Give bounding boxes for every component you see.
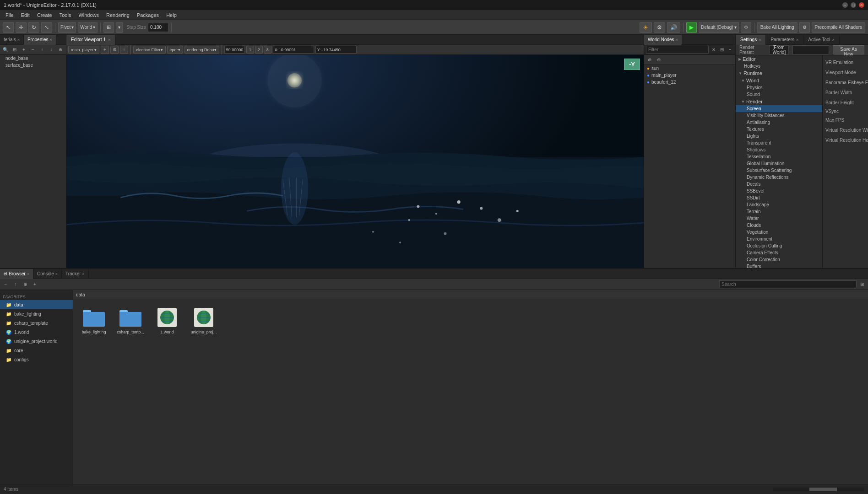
rendering-dropdown[interactable]: endering Debu ▾: [184, 46, 219, 54]
close-tracker-tab[interactable]: ×: [82, 272, 85, 276]
browser-back-btn[interactable]: ←: [2, 280, 10, 289]
minimize-btn[interactable]: −: [842, 2, 848, 8]
view-2-btn[interactable]: 2: [255, 46, 263, 54]
sidebar-item-1-world[interactable]: 🌍 1.world: [0, 328, 73, 337]
tab-settings[interactable]: Settings ×: [736, 35, 766, 45]
tab-console[interactable]: Console ×: [33, 269, 62, 279]
settings-landscape[interactable]: Landscape: [736, 201, 822, 208]
browser-up-btn[interactable]: ↑: [11, 280, 20, 289]
node-dropdown[interactable]: main_player ▾: [68, 46, 99, 54]
menu-help[interactable]: Help: [163, 11, 180, 19]
menu-windows[interactable]: Windows: [75, 11, 103, 19]
scale-tool-btn[interactable]: ⤡: [41, 22, 52, 33]
close-console-tab[interactable]: ×: [55, 272, 58, 276]
settings-camera-effects[interactable]: Camera Effects: [736, 249, 822, 256]
settings-transparent[interactable]: Transparent: [736, 140, 822, 146]
nodes-add-btn[interactable]: +: [727, 46, 733, 54]
settings-subsurface-scattering[interactable]: Subsurface Scattering: [736, 167, 822, 174]
settings-shadows[interactable]: Shadows: [736, 146, 822, 153]
menu-create[interactable]: Create: [33, 11, 56, 19]
pivot-dropdown[interactable]: Pivot ▾: [58, 22, 76, 33]
settings-ssdirt[interactable]: SSDirt: [736, 194, 822, 201]
tree-item-surface-base[interactable]: surface_base: [0, 62, 66, 69]
file-item-unigine-project[interactable]: unigine_proj...: [188, 305, 220, 337]
view-3-btn[interactable]: 3: [264, 46, 271, 54]
vp-add-btn[interactable]: +: [101, 46, 109, 54]
settings-world-header[interactable]: ▼ World: [736, 77, 822, 84]
down-btn[interactable]: ↓: [47, 46, 55, 54]
browser-add-btn[interactable]: +: [31, 280, 39, 289]
close-world-nodes-tab[interactable]: ×: [676, 38, 678, 42]
bake-settings-btn[interactable]: ⚙: [799, 22, 810, 33]
expand-btn[interactable]: ⊕: [56, 46, 65, 54]
search-btn[interactable]: 🔍: [1, 46, 10, 54]
sidebar-item-bake-lighting[interactable]: 📁 bake_lighting: [0, 309, 73, 318]
close-btn[interactable]: ✕: [859, 2, 864, 8]
settings-vegetation[interactable]: Vegetation: [736, 229, 822, 236]
tab-active-tool[interactable]: Active Tool ×: [803, 35, 839, 45]
tab-parameters[interactable]: Parameters ×: [766, 35, 803, 45]
settings-occlusion-culling[interactable]: Occlusion Culling: [736, 242, 822, 249]
tree-item-node-base[interactable]: node_base: [0, 55, 66, 62]
add-btn[interactable]: +: [20, 46, 28, 54]
play-mode-dropdown[interactable]: Default (Debug) ▾: [699, 22, 739, 33]
settings-water[interactable]: Water: [736, 215, 822, 222]
close-asset-browser-tab[interactable]: ×: [27, 272, 29, 276]
move-tool-btn[interactable]: ✛: [16, 22, 27, 33]
tab-properties[interactable]: Properties ×: [24, 35, 56, 45]
remove-btn[interactable]: −: [29, 46, 37, 54]
sound-btn[interactable]: 🔊: [667, 22, 680, 33]
file-item-csharp-template[interactable]: csharp_temp...: [114, 305, 146, 337]
select-tool-btn[interactable]: ↖: [3, 22, 14, 33]
settings-sound[interactable]: Sound: [736, 91, 822, 98]
zoom-slider-track[interactable]: [773, 488, 864, 491]
node-main-player[interactable]: ● main_player: [644, 72, 735, 79]
settings-global-illumination[interactable]: Global Illumination: [736, 160, 822, 167]
close-viewport-tab[interactable]: ×: [108, 38, 110, 42]
menu-rendering[interactable]: Rendering: [103, 11, 133, 19]
tab-asset-browser[interactable]: et Browser ×: [0, 269, 33, 279]
node-sun[interactable]: ● sun: [644, 65, 735, 72]
render-preset-value[interactable]: [From World]: [769, 45, 789, 54]
rotate-tool-btn[interactable]: ↻: [28, 22, 39, 33]
settings-ssbevel[interactable]: SSBevel: [736, 188, 822, 194]
settings-terrain[interactable]: Terrain: [736, 208, 822, 215]
menu-tools[interactable]: Tools: [56, 11, 75, 19]
sidebar-item-csharp-template[interactable]: 📁 csharp_template: [0, 318, 73, 328]
settings-render-header[interactable]: ▼ Render: [736, 98, 822, 105]
settings-runtime-header[interactable]: ▼ Runtime: [736, 70, 822, 77]
nodes-filter-btn[interactable]: ⊞: [718, 46, 725, 54]
settings-dynamic-reflections[interactable]: Dynamic Reflections: [736, 174, 822, 181]
settings-screen[interactable]: Screen: [736, 105, 822, 112]
render-preset-input[interactable]: [792, 45, 829, 54]
tab-world-nodes[interactable]: World Nodes ×: [644, 35, 682, 45]
save-as-new-btn[interactable]: Save As New: [833, 45, 864, 54]
sidebar-item-core[interactable]: 📁 core: [0, 346, 73, 355]
file-item-1-world[interactable]: 1.world: [151, 305, 183, 337]
world-nodes-search-input[interactable]: [646, 46, 709, 54]
file-item-bake-lighting[interactable]: bake_lighting: [78, 305, 110, 337]
nodes-expand-btn[interactable]: ⊕: [646, 56, 654, 64]
viewport-canvas[interactable]: -Y: [66, 55, 644, 268]
sidebar-item-data[interactable]: 📁 data: [0, 300, 73, 309]
maximize-btn[interactable]: □: [851, 2, 856, 8]
browser-home-btn[interactable]: ⊕: [21, 280, 29, 289]
sun-icon-btn[interactable]: ☀: [640, 22, 652, 33]
search-clear-btn[interactable]: ✕: [710, 46, 717, 54]
sidebar-item-unigine-project[interactable]: 🌍 unigine_project.world: [0, 337, 73, 346]
close-materials-tab[interactable]: ×: [17, 38, 20, 42]
mode-dropdown[interactable]: eper ▾: [167, 46, 183, 54]
selection-filter-dropdown[interactable]: election Filter ▾: [133, 46, 166, 54]
browser-filter-btn[interactable]: ⊞: [858, 280, 866, 289]
close-parameters-tab[interactable]: ×: [796, 38, 798, 42]
tab-tracker[interactable]: Tracker ×: [62, 269, 89, 279]
filter-btn[interactable]: ⊞: [11, 46, 19, 54]
close-properties-tab[interactable]: ×: [50, 38, 52, 42]
menu-packages[interactable]: Packages: [133, 11, 163, 19]
settings-tessellation[interactable]: Tessellation: [736, 153, 822, 160]
node-beaufort[interactable]: ● beaufort_12: [644, 79, 735, 86]
vp-up-btn[interactable]: ↑: [120, 46, 128, 54]
sidebar-item-configs[interactable]: 📁 configs: [0, 355, 73, 364]
tab-materials[interactable]: terials ×: [0, 35, 24, 45]
render-settings-btn[interactable]: ⚙: [654, 22, 665, 33]
